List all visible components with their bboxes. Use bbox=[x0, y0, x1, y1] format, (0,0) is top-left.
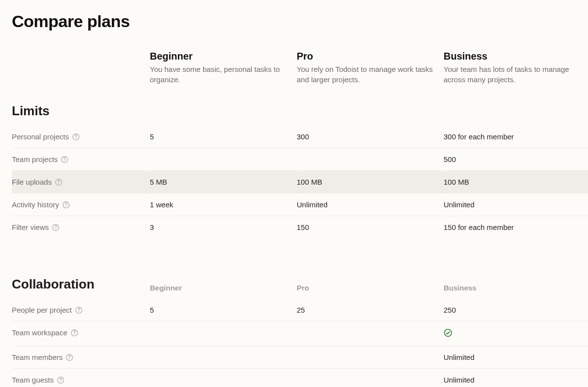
cell-pro: 150 bbox=[297, 216, 444, 239]
row-label: Team members? bbox=[12, 346, 150, 369]
info-icon[interactable]: ? bbox=[61, 156, 69, 163]
plan-header-pro: Pro You rely on Todoist to manage work t… bbox=[297, 51, 444, 85]
cell-pro bbox=[297, 148, 444, 171]
cell-business: Unlimited bbox=[444, 346, 588, 369]
table-row: Filter views?3150150 for each member bbox=[12, 216, 588, 239]
info-icon[interactable]: ? bbox=[70, 329, 78, 337]
plan-name: Business bbox=[444, 51, 588, 64]
cell-beginner bbox=[150, 322, 297, 346]
info-icon[interactable]: ? bbox=[52, 224, 60, 231]
compare-plans-table: Beginner You have some basic, personal t… bbox=[12, 51, 588, 387]
cell-business: 150 for each member bbox=[444, 216, 588, 239]
cell-business: Unlimited bbox=[444, 369, 588, 387]
plan-desc: You have some basic, personal tasks to o… bbox=[150, 64, 297, 85]
row-label: People per project? bbox=[12, 299, 150, 322]
cell-beginner: 5 bbox=[150, 126, 297, 148]
sub-plan-beginner: Beginner bbox=[150, 258, 297, 299]
svg-text:?: ? bbox=[63, 157, 66, 162]
svg-text:?: ? bbox=[72, 330, 75, 335]
row-label: Team projects? bbox=[12, 148, 150, 171]
cell-beginner bbox=[150, 369, 297, 387]
svg-text:?: ? bbox=[59, 377, 62, 383]
table-row: Team workspace? bbox=[12, 322, 588, 346]
table-row: Team members?Unlimited bbox=[12, 346, 588, 369]
row-label: File uploads? bbox=[12, 171, 150, 194]
sub-plan-business: Business bbox=[444, 258, 588, 299]
row-label: Filter views? bbox=[12, 216, 150, 239]
svg-text:?: ? bbox=[54, 225, 57, 230]
cell-business: 100 MB bbox=[444, 171, 588, 194]
plan-header-row: Beginner You have some basic, personal t… bbox=[12, 51, 588, 85]
svg-text:?: ? bbox=[74, 134, 77, 139]
svg-text:?: ? bbox=[57, 179, 60, 185]
table-row: People per project?525250 bbox=[12, 299, 588, 322]
row-label: Team guests? bbox=[12, 369, 150, 387]
cell-beginner: 5 MB bbox=[150, 171, 297, 194]
info-icon[interactable]: ? bbox=[62, 201, 70, 209]
cell-beginner bbox=[150, 148, 297, 171]
cell-beginner bbox=[150, 346, 297, 369]
info-icon[interactable]: ? bbox=[55, 178, 63, 186]
cell-business: Unlimited bbox=[444, 194, 588, 216]
cell-pro: Unlimited bbox=[297, 194, 444, 216]
cell-pro: 100 MB bbox=[297, 171, 444, 194]
plan-header-beginner: Beginner You have some basic, personal t… bbox=[150, 51, 297, 85]
cell-pro: 300 bbox=[297, 126, 444, 148]
cell-pro bbox=[297, 322, 444, 346]
cell-pro: 25 bbox=[297, 299, 444, 322]
table-row: Personal projects?5300300 for each membe… bbox=[12, 126, 588, 148]
cell-beginner: 3 bbox=[150, 216, 297, 239]
cell-business bbox=[444, 322, 588, 346]
table-row: File uploads?5 MB100 MB100 MB bbox=[12, 171, 588, 194]
row-label: Activity history? bbox=[12, 194, 150, 216]
svg-text:?: ? bbox=[77, 307, 80, 313]
cell-pro bbox=[297, 346, 444, 369]
plan-name: Pro bbox=[297, 51, 444, 64]
section-heading-collaboration: Collaboration bbox=[12, 258, 150, 299]
info-icon[interactable]: ? bbox=[66, 354, 73, 361]
plan-desc: You rely on Todoist to manage work tasks… bbox=[297, 64, 444, 85]
row-label: Team workspace? bbox=[12, 322, 150, 346]
svg-text:?: ? bbox=[65, 202, 68, 207]
plan-header-business: Business Your team has lots of tasks to … bbox=[444, 51, 588, 85]
cell-business: 300 for each member bbox=[444, 126, 588, 148]
cell-beginner: 1 week bbox=[150, 194, 297, 216]
table-row: Team projects?500 bbox=[12, 148, 588, 171]
info-icon[interactable]: ? bbox=[72, 133, 80, 141]
cell-business: 500 bbox=[444, 148, 588, 171]
table-row: Team guests?Unlimited bbox=[12, 369, 588, 387]
sub-plan-pro: Pro bbox=[297, 258, 444, 299]
plan-desc: Your team has lots of tasks to manage ac… bbox=[444, 64, 588, 85]
check-icon bbox=[444, 330, 452, 339]
cell-pro bbox=[297, 369, 444, 387]
info-icon[interactable]: ? bbox=[57, 376, 65, 384]
cell-business: 250 bbox=[444, 299, 588, 322]
cell-beginner: 5 bbox=[150, 299, 297, 322]
svg-text:?: ? bbox=[68, 355, 71, 360]
plan-name: Beginner bbox=[150, 51, 297, 64]
table-row: Activity history?1 weekUnlimitedUnlimite… bbox=[12, 194, 588, 216]
row-label: Personal projects? bbox=[12, 126, 150, 148]
section-heading-limits: Limits bbox=[12, 85, 150, 126]
page-title: Compare plans bbox=[12, 12, 576, 31]
info-icon[interactable]: ? bbox=[75, 306, 83, 314]
